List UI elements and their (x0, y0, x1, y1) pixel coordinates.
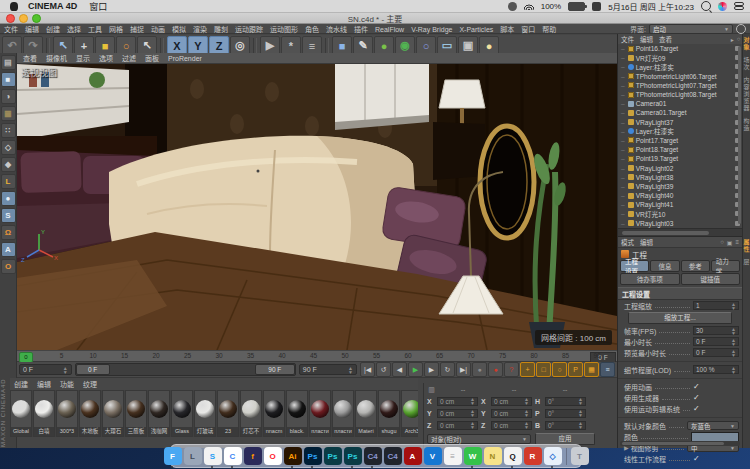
material-menu-3[interactable]: 纹理 (83, 379, 97, 389)
om-menu-0[interactable]: 文件 (621, 34, 634, 44)
object-row[interactable]: –VRayLight03 (618, 219, 742, 228)
dock-cinema4d-2[interactable]: C4 (384, 447, 402, 465)
app-menu-item-21[interactable]: 帮助 (542, 26, 556, 33)
search-icon[interactable]: ○ (737, 36, 741, 43)
stepper-icon[interactable]: ▲▼ (731, 338, 736, 346)
material-tile[interactable]: 浅咖网 (148, 390, 170, 437)
material-tile[interactable]: 大理石 (102, 390, 124, 437)
attribute-value-field[interactable]: 0 F▲▼ (693, 348, 739, 357)
object-row[interactable]: –TPhotometricLight06.Target (618, 72, 742, 81)
key-parameter-toggle[interactable]: P (568, 362, 583, 377)
app-menu-item-10[interactable]: 雕刻 (214, 26, 228, 33)
scale-project-button[interactable]: 缩放工程... (628, 312, 732, 324)
play-backward-button[interactable]: ↺ (376, 362, 391, 377)
attribute-value-field[interactable]: 0 F▲▼ (693, 337, 739, 346)
stepper-icon[interactable]: ▲▼ (470, 397, 475, 405)
attribute-checkbox[interactable]: ✓ (693, 393, 739, 402)
dock-documents[interactable]: ≡ (444, 447, 462, 465)
side-tab-1[interactable]: 场次 (742, 57, 750, 71)
material-tile[interactable]: Materi (355, 390, 377, 437)
play-button[interactable]: ▶ (408, 362, 423, 377)
points-mode-icon[interactable]: ∷ (1, 123, 16, 138)
attr-side-tab-1[interactable]: 层 (742, 259, 750, 266)
viewport-menu-3[interactable]: 选项 (99, 53, 113, 63)
app-menu-item-4[interactable]: 工具 (88, 26, 102, 33)
stepper-icon[interactable]: ▲▼ (578, 421, 583, 429)
range-start-handle[interactable]: 0 F (76, 364, 110, 375)
material-tile[interactable]: 23 (217, 390, 239, 437)
range-end-handle[interactable]: 90 F (255, 364, 295, 375)
app-menu-item-19[interactable]: 脚本 (500, 26, 514, 33)
max-frame-field[interactable]: 90 F ▲▼ (299, 364, 357, 375)
attr-tab-参考[interactable]: 参考 (681, 260, 710, 272)
app-menu-item-9[interactable]: 渲染 (193, 26, 207, 33)
snap-icon[interactable]: Ω (1, 225, 16, 240)
polygons-mode-icon[interactable]: ◆ (1, 157, 16, 172)
app-menu-item-3[interactable]: 选择 (67, 26, 81, 33)
apple-menu-icon[interactable] (10, 2, 18, 11)
attr-menu-0[interactable]: 模式 (621, 237, 634, 247)
current-frame-field[interactable]: 0 F ▲▼ (19, 364, 72, 375)
object-row[interactable]: –Point18.Target (618, 145, 742, 154)
menubar-app-name[interactable]: CINEMA 4D (28, 1, 77, 11)
stepper-icon[interactable]: ▲▼ (731, 302, 736, 310)
object-row[interactable]: –VR灯光10 (618, 209, 742, 218)
app-menu-item-15[interactable]: 插件 (354, 26, 368, 33)
attribute-value-field[interactable]: 30▲▼ (693, 326, 739, 335)
dock-acrobat[interactable]: A (404, 447, 422, 465)
object-row[interactable]: –VRayLight38 (618, 173, 742, 182)
lock-icon[interactable]: ▣ (727, 239, 733, 246)
material-tile[interactable]: shugu (378, 390, 400, 437)
coord-field[interactable]: 0°▲▼ (545, 397, 586, 406)
coord-field[interactable]: 0 cm▲▼ (491, 397, 532, 406)
viewport-menu-5[interactable]: 面板 (145, 53, 159, 63)
object-row[interactable]: –VRayLight02 (618, 163, 742, 172)
material-tile[interactable]: 灯芯不 (240, 390, 262, 437)
viewport-menu-1[interactable]: 摄像机 (46, 53, 67, 63)
viewport-menu-2[interactable]: 显示 (76, 53, 90, 63)
attribute-value-field[interactable]: 1▲▼ (693, 301, 739, 310)
loop-button[interactable]: ↻ (440, 362, 455, 377)
coord-field[interactable]: 0°▲▼ (545, 421, 586, 430)
object-row[interactable]: –TPhotometricLight08.Target (618, 90, 742, 99)
app-menu-item-16[interactable]: RealFlow (375, 26, 404, 33)
material-menu-2[interactable]: 功能 (60, 379, 74, 389)
dock-cloud-drive[interactable]: ◇ (544, 447, 562, 465)
stepper-icon[interactable]: ▲▼ (524, 421, 529, 429)
stepper-icon[interactable]: ▲▼ (524, 397, 529, 405)
material-tile[interactable]: 木地板 (79, 390, 101, 437)
app-menu-item-20[interactable]: 窗口 (521, 26, 535, 33)
key-pla-toggle[interactable]: ▦ (584, 362, 599, 377)
object-row[interactable]: –Camera01.Target (618, 108, 742, 117)
next-frame-button[interactable]: ▶ (424, 362, 439, 377)
prev-frame-button[interactable]: ◀ (392, 362, 407, 377)
object-row[interactable]: –Layer:柱漆实 (618, 127, 742, 136)
timeline-ruler[interactable]: 0 0 F 5101520253035404550556065707580859… (17, 350, 617, 362)
keyframe-selection-icon[interactable]: S (1, 208, 16, 223)
stepper-icon[interactable]: ▲▼ (470, 409, 475, 417)
material-tile[interactable]: пласти (309, 390, 331, 437)
key-rotation-toggle[interactable]: ○ (552, 362, 567, 377)
app-menu-item-1[interactable]: 编辑 (25, 26, 39, 33)
coord-field[interactable]: 0 cm▲▼ (437, 421, 478, 430)
object-row[interactable]: –VRayLight40 (618, 191, 742, 200)
dock-trash[interactable]: T (571, 447, 589, 465)
attr-tab-动力学[interactable]: 动力学 (711, 260, 740, 272)
goto-start-button[interactable]: |◀ (360, 362, 375, 377)
color-swatch[interactable] (691, 432, 739, 442)
dock-photoshop-cc[interactable]: Ps (304, 447, 322, 465)
app-menu-item-8[interactable]: 模拟 (172, 26, 186, 33)
dock-photoshop-cs-2[interactable]: Ps (344, 447, 362, 465)
object-row[interactable]: –Camera01 (618, 99, 742, 108)
app-menu-item-5[interactable]: 网格 (109, 26, 123, 33)
attribute-dropdown[interactable]: 灰蓝色▼ (687, 421, 739, 430)
autokey-button[interactable]: ? (504, 362, 519, 377)
material-tile[interactable]: Arch3 (401, 390, 418, 437)
om-menu-1[interactable]: 编辑 (640, 34, 653, 44)
coord-field[interactable]: 0°▲▼ (545, 409, 586, 418)
workplane-o-icon[interactable]: O (1, 259, 16, 274)
spotlight-icon[interactable] (701, 1, 711, 11)
attribute-value-field[interactable]: 100 %▲▼ (693, 365, 739, 374)
menubar-datetime[interactable]: 5月16日 周四 上午10:23 (608, 1, 694, 12)
coordinate-mode-dropdown[interactable]: 对象(相对) ▼ (427, 434, 531, 444)
